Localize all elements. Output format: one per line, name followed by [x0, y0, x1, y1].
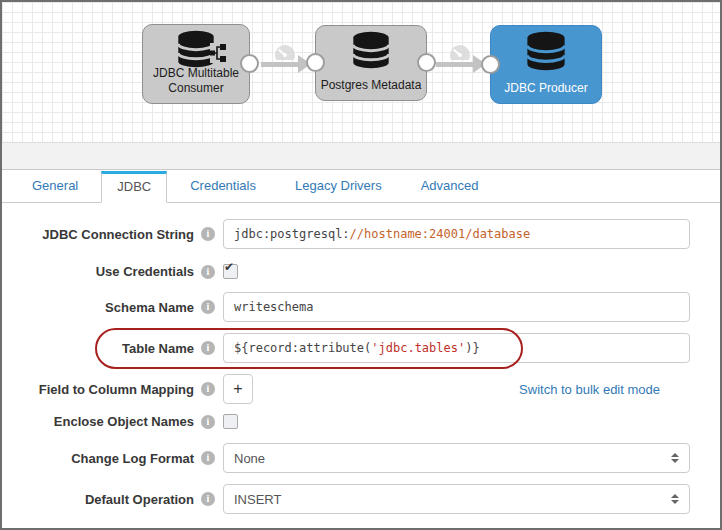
- value-plain: jdbc:postgresql:: [234, 227, 350, 241]
- field-label: Default Operation: [14, 492, 194, 507]
- row-use-credentials: Use Credentials i ✔: [2, 264, 720, 279]
- output-connector[interactable]: [417, 53, 436, 72]
- field-label: Schema Name: [14, 300, 194, 315]
- field-label: Table Name: [14, 341, 194, 356]
- pipeline-canvas: JDBC Multitable Consumer Postgres M: [2, 2, 720, 142]
- schema-name-input[interactable]: writeschema: [223, 292, 690, 322]
- row-change-log-format: Change Log Format i None: [2, 443, 720, 473]
- input-connector[interactable]: [481, 55, 500, 74]
- info-icon[interactable]: i: [201, 265, 215, 279]
- stage-label: JDBC Multitable Consumer: [145, 66, 247, 96]
- database-icon: [143, 30, 249, 68]
- stage-jdbc-producer[interactable]: JDBC Producer: [490, 25, 602, 104]
- change-log-format-select[interactable]: None: [223, 443, 690, 473]
- jdbc-connection-string-input[interactable]: jdbc:postgresql://hostname:24001/databas…: [223, 219, 690, 249]
- value-plain: )}: [465, 341, 479, 355]
- row-field-to-column-mapping: Field to Column Mapping i + Switch to bu…: [2, 374, 720, 404]
- row-enclose-object-names: Enclose Object Names i: [2, 414, 720, 429]
- field-label: Change Log Format: [14, 451, 194, 466]
- stepper-icon: [671, 453, 679, 463]
- app-window: JDBC Multitable Consumer Postgres M: [0, 0, 722, 530]
- add-mapping-button[interactable]: +: [223, 374, 253, 404]
- row-schema-name: Schema Name i writeschema: [2, 292, 720, 322]
- stage-postgres-metadata[interactable]: Postgres Metadata: [315, 25, 427, 101]
- value-plain: ${record:attribute(: [234, 341, 371, 355]
- selected-value: INSERT: [234, 492, 281, 507]
- row-table-name: Table Name i ${record:attribute('jdbc.ta…: [2, 333, 720, 363]
- gauge-icon: [273, 43, 297, 60]
- canvas-footer-strip: [2, 142, 720, 170]
- info-icon[interactable]: i: [201, 227, 215, 241]
- info-icon[interactable]: i: [201, 382, 215, 396]
- row-jdbc-connection-string: JDBC Connection String i jdbc:postgresql…: [2, 219, 720, 249]
- stage-config-panel: General JDBC Credentials Legacy Drivers …: [2, 170, 720, 528]
- input-connector[interactable]: [306, 53, 325, 72]
- field-label: JDBC Connection String: [14, 227, 194, 242]
- info-icon[interactable]: i: [201, 451, 215, 465]
- stage-jdbc-multitable-consumer[interactable]: JDBC Multitable Consumer: [142, 24, 250, 104]
- field-label: Use Credentials: [14, 264, 194, 279]
- default-operation-select[interactable]: INSERT: [223, 484, 690, 514]
- value-highlight: 'jdbc.tables': [371, 341, 465, 355]
- value-highlight: //hostname:24001/database: [350, 227, 531, 241]
- arrow-shaft: [436, 62, 476, 67]
- use-credentials-checkbox[interactable]: ✔: [223, 264, 238, 279]
- table-name-input[interactable]: ${record:attribute('jdbc.tables')}: [223, 333, 690, 363]
- multitable-glyph: [210, 43, 227, 63]
- stream-arrow: [261, 55, 309, 73]
- gauge-icon: [448, 43, 472, 60]
- field-label: Enclose Object Names: [14, 414, 194, 429]
- enclose-object-names-checkbox[interactable]: [223, 414, 238, 429]
- stream-arrow: [436, 55, 484, 73]
- bulk-edit-link[interactable]: Switch to bulk edit mode: [519, 382, 660, 397]
- tab-credentials[interactable]: Credentials: [174, 170, 272, 202]
- info-icon[interactable]: i: [201, 492, 215, 506]
- stage-label: JDBC Producer: [493, 81, 599, 96]
- database-icon: [316, 31, 426, 69]
- stage-label: Postgres Metadata: [318, 78, 424, 93]
- value-plain: writeschema: [234, 300, 313, 314]
- tab-general[interactable]: General: [16, 170, 94, 202]
- tab-legacy-drivers[interactable]: Legacy Drivers: [279, 170, 398, 202]
- tab-jdbc[interactable]: JDBC: [101, 171, 167, 203]
- stepper-icon: [671, 494, 679, 504]
- info-icon[interactable]: i: [201, 341, 215, 355]
- arrow-shaft: [261, 62, 301, 67]
- output-connector[interactable]: [240, 54, 259, 73]
- info-icon[interactable]: i: [201, 300, 215, 314]
- config-tab-bar: General JDBC Credentials Legacy Drivers …: [2, 170, 720, 203]
- info-icon[interactable]: i: [201, 415, 215, 429]
- database-icon: [491, 31, 601, 71]
- config-form: JDBC Connection String i jdbc:postgresql…: [2, 219, 720, 514]
- tab-advanced[interactable]: Advanced: [405, 170, 495, 202]
- row-default-operation: Default Operation i INSERT: [2, 484, 720, 514]
- field-label: Field to Column Mapping: [14, 382, 194, 397]
- selected-value: None: [234, 451, 265, 466]
- check-icon: ✔: [224, 260, 234, 274]
